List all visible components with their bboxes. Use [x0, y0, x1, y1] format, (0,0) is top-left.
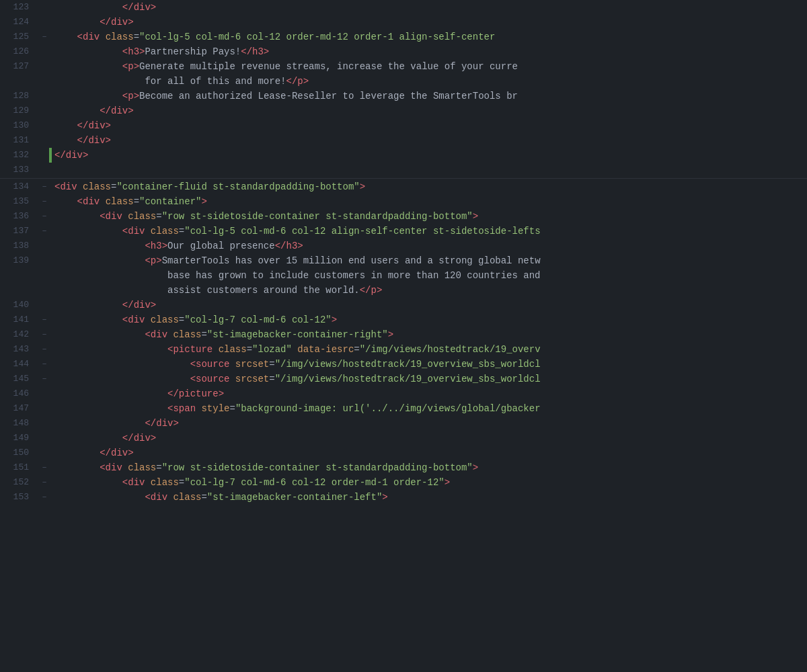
code-content-141: <div class="col-lg-7 col-md-6 col-12"> [52, 312, 807, 327]
line-number-145: 145 [0, 372, 37, 386]
gutter-123 [37, 0, 52, 15]
code-line-146: 146 </picture> [0, 386, 807, 401]
code-content-149: </div> [52, 431, 807, 446]
gutter-149 [37, 431, 52, 446]
gutter-145: − [37, 372, 52, 386]
gutter-135: − [37, 194, 52, 209]
gutter-127b [37, 74, 52, 89]
code-content-137: <div class="col-lg-5 col-md-6 col-12 ali… [52, 224, 807, 239]
gutter-129 [37, 103, 52, 118]
line-number-135: 135 [0, 194, 37, 209]
gutter-125: − [37, 30, 52, 44]
line-number-133: 133 [0, 163, 37, 177]
gutter-148 [37, 416, 52, 431]
line-number-131: 131 [0, 133, 37, 148]
line-number-136: 136 [0, 209, 37, 224]
code-content-130: </div> [52, 118, 807, 133]
code-content-133 [52, 163, 807, 177]
line-number-143: 143 [0, 342, 37, 357]
code-line-132: 132 </div> [0, 148, 807, 163]
gutter-132 [37, 148, 52, 163]
gutter-128 [37, 89, 52, 103]
gutter-147 [37, 401, 52, 416]
code-content-139c: assist customers around the world.</p> [52, 283, 807, 298]
line-number-125: 125 [0, 30, 37, 44]
code-content-132: </div> [52, 148, 807, 163]
code-line-127: 127 <p>Generate multiple revenue streams… [0, 59, 807, 74]
line-number-148: 148 [0, 416, 37, 431]
code-content-144: <source srcset="/img/views/hostedtrack/1… [52, 357, 807, 372]
code-content-140: </div> [52, 298, 807, 312]
code-line-126: 126 <h3>Partnership Pays!</h3> [0, 44, 807, 59]
gutter-139 [37, 253, 52, 268]
code-line-144: 144 − <source srcset="/img/views/hostedt… [0, 357, 807, 372]
code-editor: 123 </div> 124 </div> 125 − <div class="… [0, 0, 807, 672]
code-line-150: 150 </div> [0, 446, 807, 460]
line-number-129: 129 [0, 103, 37, 118]
code-line-135: 135 − <div class="container"> [0, 194, 807, 209]
line-number-130: 130 [0, 118, 37, 133]
line-number-144: 144 [0, 357, 37, 372]
code-line-149: 149 </div> [0, 431, 807, 446]
code-line-124: 124 </div> [0, 15, 807, 30]
line-number-153: 153 [0, 490, 37, 505]
line-number-139: 139 [0, 253, 37, 268]
line-number-128: 128 [0, 89, 37, 103]
code-line-147: 147 <span style="background-image: url('… [0, 401, 807, 416]
code-content-142: <div class="st-imagebacker-container-rig… [52, 327, 807, 342]
separator [0, 178, 807, 179]
code-line-139c: assist customers around the world.</p> [0, 283, 807, 298]
gutter-143: − [37, 342, 52, 357]
code-content-145: <source srcset="/img/views/hostedtrack/1… [52, 372, 807, 386]
gutter-153: − [37, 490, 52, 505]
gutter-150 [37, 446, 52, 460]
code-line-153: 153 − <div class="st-imagebacker-contain… [0, 490, 807, 505]
code-line-145: 145 − <source srcset="/img/views/hostedt… [0, 372, 807, 386]
code-line-128: 128 <p>Become an authorized Lease-Resell… [0, 89, 807, 103]
code-content-128: <p>Become an authorized Lease-Reseller t… [52, 89, 807, 103]
line-number-151: 151 [0, 460, 37, 475]
code-content-129: </div> [52, 103, 807, 118]
line-number-134: 134 [0, 179, 37, 194]
line-number-140: 140 [0, 298, 37, 312]
gutter-146 [37, 386, 52, 401]
code-content-135: <div class="container"> [52, 194, 807, 209]
gutter-139b [37, 268, 52, 283]
code-content-125: <div class="col-lg-5 col-md-6 col-12 ord… [52, 30, 807, 44]
line-number-127: 127 [0, 59, 37, 74]
code-line-131: 131 </div> [0, 133, 807, 148]
gutter-144: − [37, 357, 52, 372]
code-content-126: <h3>Partnership Pays!</h3> [52, 44, 807, 59]
line-number-149: 149 [0, 431, 37, 446]
code-line-139: 139 <p>SmarterTools has over 15 million … [0, 253, 807, 268]
code-content-123: </div> [52, 0, 807, 15]
line-number-137: 137 [0, 224, 37, 239]
code-line-123: 123 </div> [0, 0, 807, 15]
code-content-131: </div> [52, 133, 807, 148]
gutter-127 [37, 59, 52, 74]
code-content-146: </picture> [52, 386, 807, 401]
line-number-150: 150 [0, 446, 37, 460]
code-content-139b: base has grown to include customers in m… [52, 268, 807, 283]
line-number-147: 147 [0, 401, 37, 416]
gutter-136: − [37, 209, 52, 224]
code-line-139b: base has grown to include customers in m… [0, 268, 807, 283]
code-line-134: 134 − <div class="container-fluid st-sta… [0, 179, 807, 194]
code-content-151: <div class="row st-sidetoside-container … [52, 460, 807, 475]
line-number-141: 141 [0, 312, 37, 327]
line-number-139c [0, 283, 37, 298]
code-line-140: 140 </div> [0, 298, 807, 312]
code-content-134: <div class="container-fluid st-standardp… [52, 179, 807, 194]
line-number-138: 138 [0, 239, 37, 253]
gutter-138 [37, 239, 52, 253]
code-content-136: <div class="row st-sidetoside-container … [52, 209, 807, 224]
gutter-151: − [37, 460, 52, 475]
gutter-139c [37, 283, 52, 298]
gutter-124 [37, 15, 52, 30]
code-content-138: <h3>Our global presence</h3> [52, 239, 807, 253]
code-line-148: 148 </div> [0, 416, 807, 431]
code-content-124: </div> [52, 15, 807, 30]
line-number-139b [0, 268, 37, 283]
code-content-139: <p>SmarterTools has over 15 million end … [52, 253, 807, 268]
gutter-141: − [37, 312, 52, 327]
